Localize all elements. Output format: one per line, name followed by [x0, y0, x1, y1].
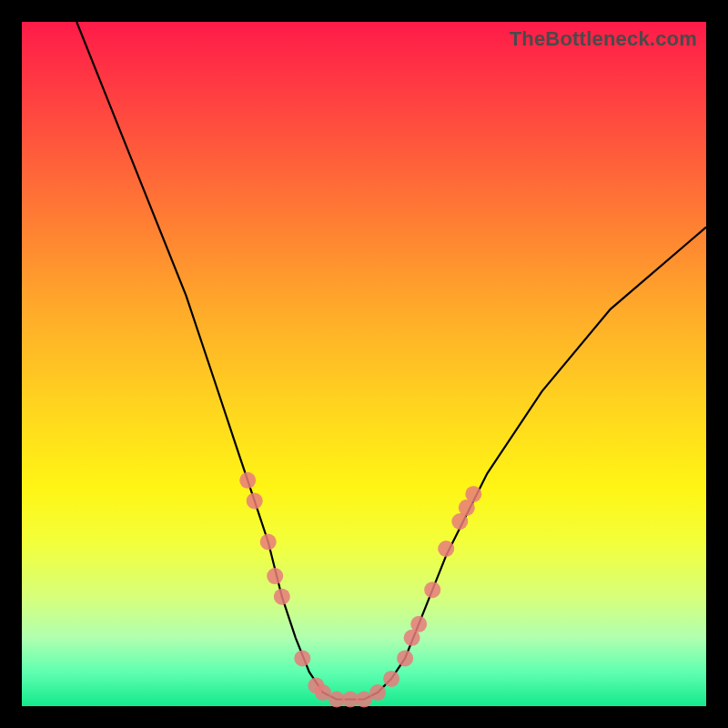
- curve-dot: [397, 650, 413, 666]
- curve-dot: [383, 671, 399, 687]
- curve-dot: [465, 486, 481, 502]
- curve-dots-group: [239, 472, 481, 708]
- bottleneck-curve: [76, 22, 706, 700]
- curve-dot: [260, 534, 277, 551]
- curve-dot: [267, 568, 283, 584]
- curve-dot: [438, 541, 454, 557]
- curve-dot: [247, 492, 263, 509]
- curve-dot: [369, 684, 386, 701]
- plot-area: TheBottleneck.com: [22, 22, 706, 706]
- curve-dot: [424, 581, 440, 598]
- curve-svg: [22, 22, 706, 706]
- chart-frame: TheBottleneck.com: [0, 0, 728, 728]
- curve-dot: [274, 589, 290, 605]
- curve-dot: [239, 472, 256, 489]
- curve-dot: [410, 616, 427, 632]
- curve-dot: [294, 650, 310, 666]
